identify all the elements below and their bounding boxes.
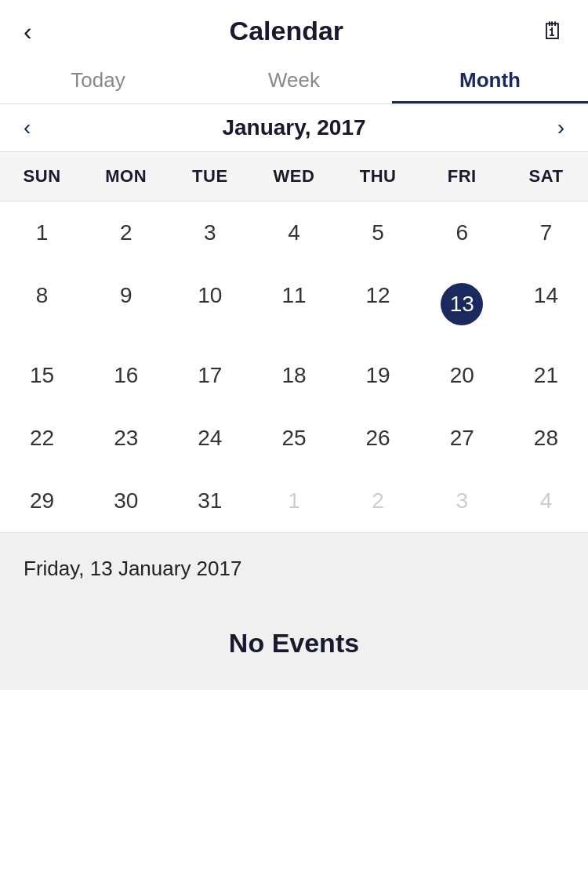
calendar-day-28[interactable]: 28 <box>504 407 588 470</box>
calendar-day-10[interactable]: 10 <box>168 264 252 344</box>
calendar-day-25[interactable]: 25 <box>252 407 336 470</box>
calendar-day-18[interactable]: 18 <box>252 344 336 407</box>
day-header-mon: MON <box>84 152 168 201</box>
calendar-day-27[interactable]: 27 <box>420 407 504 470</box>
calendar-day-3[interactable]: 3 <box>168 201 252 264</box>
app-header: ‹ Calendar 🗓 <box>0 0 588 54</box>
calendar-day-other-1[interactable]: 1 <box>252 470 336 532</box>
calendar-day-1[interactable]: 1 <box>0 201 84 264</box>
day-header-wed: WED <box>252 152 336 201</box>
calendar-day-23[interactable]: 23 <box>84 407 168 470</box>
calendar-day-other-4[interactable]: 4 <box>504 470 588 532</box>
calendar-day-other-3[interactable]: 3 <box>420 470 504 532</box>
calendar-day-19[interactable]: 19 <box>336 344 420 407</box>
selected-date-label: Friday, 13 January 2017 <box>24 557 241 580</box>
calendar-day-2[interactable]: 2 <box>84 201 168 264</box>
calendar-day-14[interactable]: 14 <box>504 264 588 344</box>
calendar-day-17[interactable]: 17 <box>168 344 252 407</box>
month-navigator: ‹ January, 2017 › <box>0 104 588 152</box>
tab-week[interactable]: Week <box>196 54 392 103</box>
calendar-day-30[interactable]: 30 <box>84 470 168 532</box>
no-events-section: No Events <box>0 597 588 690</box>
back-button[interactable]: ‹ <box>24 19 32 44</box>
calendar-day-8[interactable]: 8 <box>0 264 84 344</box>
calendar-day-15[interactable]: 15 <box>0 344 84 407</box>
calendar-day-13[interactable]: 13 <box>420 264 504 344</box>
calendar-day-29[interactable]: 29 <box>0 470 84 532</box>
tab-today[interactable]: Today <box>0 54 196 103</box>
day-header-fri: FRI <box>420 152 504 201</box>
calendar-day-6[interactable]: 6 <box>420 201 504 264</box>
calendar-day-26[interactable]: 26 <box>336 407 420 470</box>
no-events-label: No Events <box>229 628 359 658</box>
calendar-day-12[interactable]: 12 <box>336 264 420 344</box>
tab-bar: Today Week Month <box>0 54 588 104</box>
page-title: Calendar <box>230 16 344 46</box>
prev-month-button[interactable]: ‹ <box>8 115 46 140</box>
day-header-tue: TUE <box>168 152 252 201</box>
calendar-day-other-2[interactable]: 2 <box>336 470 420 532</box>
calendar-icon[interactable]: 🗓 <box>541 18 564 45</box>
calendar-day-31[interactable]: 31 <box>168 470 252 532</box>
calendar-day-20[interactable]: 20 <box>420 344 504 407</box>
calendar-day-11[interactable]: 11 <box>252 264 336 344</box>
calendar-day-16[interactable]: 16 <box>84 344 168 407</box>
next-month-button[interactable]: › <box>542 115 580 140</box>
day-header-row: SUNMONTUEWEDTHUFRISAT <box>0 152 588 201</box>
calendar-day-9[interactable]: 9 <box>84 264 168 344</box>
day-header-sun: SUN <box>0 152 84 201</box>
month-title: January, 2017 <box>222 115 365 140</box>
selected-date-section: Friday, 13 January 2017 <box>0 532 588 597</box>
calendar-day-4[interactable]: 4 <box>252 201 336 264</box>
calendar-day-5[interactable]: 5 <box>336 201 420 264</box>
day-header-thu: THU <box>336 152 420 201</box>
calendar-day-7[interactable]: 7 <box>504 201 588 264</box>
calendar-grid: 1234567891011121314151617181920212223242… <box>0 201 588 532</box>
day-header-sat: SAT <box>504 152 588 201</box>
calendar-day-22[interactable]: 22 <box>0 407 84 470</box>
calendar-day-21[interactable]: 21 <box>504 344 588 407</box>
tab-month[interactable]: Month <box>392 54 588 103</box>
calendar-day-24[interactable]: 24 <box>168 407 252 470</box>
